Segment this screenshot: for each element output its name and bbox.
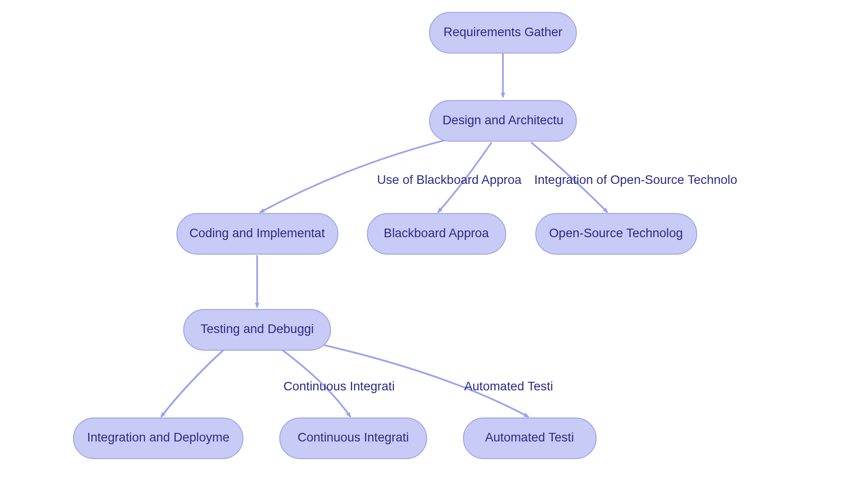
node-design: Design and Architectu xyxy=(429,101,576,141)
node-coding: Coding and Implementat xyxy=(177,214,338,254)
node-automated: Automated Testi xyxy=(463,418,596,459)
node-blackboard: Blackboard Approa xyxy=(368,214,506,254)
node-label: Design and Architectu xyxy=(443,113,564,127)
node-testing: Testing and Debuggi xyxy=(184,310,330,350)
flowchart-diagram: Use of Blackboard Approa Integration of … xyxy=(0,0,868,488)
edge-label-blackboard: Use of Blackboard Approa xyxy=(377,173,522,187)
node-opensource: Open-Source Technolog xyxy=(536,214,697,254)
node-requirements: Requirements Gather xyxy=(429,13,576,53)
edge-label-ci: Continuous Integrati xyxy=(283,379,395,393)
edge-label-opensource: Integration of Open-Source Technolo xyxy=(534,173,737,187)
node-label: Integration and Deployme xyxy=(87,430,230,444)
node-ci: Continuous Integrati xyxy=(280,418,427,459)
edge-testing-to-integration xyxy=(161,350,223,417)
edge-label-automated: Automated Testi xyxy=(464,379,553,393)
node-label: Continuous Integrati xyxy=(297,430,409,444)
node-label: Open-Source Technolog xyxy=(549,226,683,240)
node-label: Automated Testi xyxy=(485,430,574,444)
node-integration: Integration and Deployme xyxy=(74,418,243,459)
node-label: Coding and Implementat xyxy=(189,226,325,240)
node-label: Requirements Gather xyxy=(443,25,562,39)
node-label: Testing and Debuggi xyxy=(200,322,314,336)
node-label: Blackboard Approa xyxy=(384,226,489,240)
